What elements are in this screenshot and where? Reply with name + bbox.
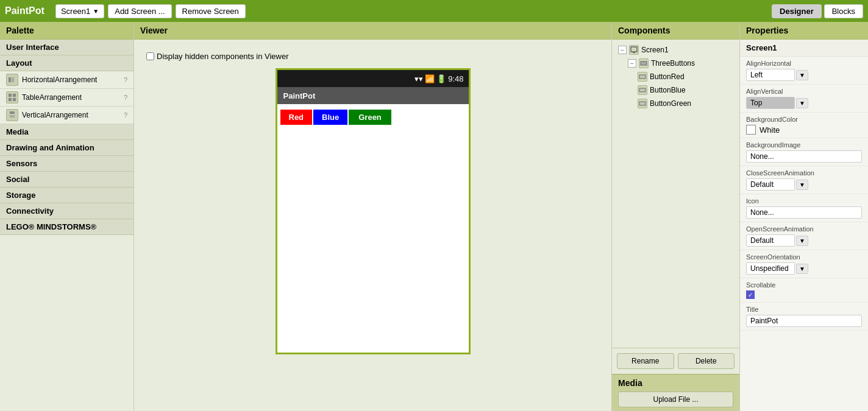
palette-section-layout[interactable]: Layout <box>0 55 133 71</box>
palette-section-user-interface[interactable]: User Interface <box>0 40 133 55</box>
prop-background-image: BackgroundImage <box>740 138 868 166</box>
horizontal-arrangement-icon <box>6 74 18 86</box>
components-header: Components <box>612 22 739 40</box>
three-buttons-expand[interactable]: − <box>628 59 636 68</box>
remove-screen-button[interactable]: Remove Screen <box>176 4 246 18</box>
svg-rect-8 <box>631 47 637 52</box>
close-animation-arrow[interactable]: ▼ <box>796 180 808 190</box>
prop-align-horizontal-label: AlignHorizontal <box>746 60 862 67</box>
svg-rect-4 <box>9 98 12 101</box>
prop-open-animation: OpenScreenAnimation Default ▼ <box>740 222 868 250</box>
comp-node-button-red[interactable]: ButtonRed <box>635 70 736 83</box>
vertical-arrangement-icon <box>6 109 18 121</box>
three-buttons-icon <box>639 58 649 68</box>
vertical-arrangement-help[interactable]: ? <box>124 111 127 119</box>
rename-button[interactable]: Rename <box>617 353 674 369</box>
screen1-expand[interactable]: − <box>618 46 627 54</box>
phone-button-red[interactable]: Red <box>280 110 313 125</box>
phone-body: Red Blue Green <box>277 104 469 353</box>
align-horizontal-value[interactable]: Left <box>746 69 795 81</box>
screen-selector-arrow: ▼ <box>93 8 99 15</box>
properties-panel: Properties Screen1 AlignHorizontal Left … <box>740 22 868 411</box>
app-title: PaintPot <box>5 5 44 16</box>
comp-node-button-green[interactable]: ButtonGreen <box>635 97 736 110</box>
mode-buttons: Designer Blocks <box>772 4 863 18</box>
align-vertical-arrow[interactable]: ▼ <box>796 98 808 108</box>
palette-section-connectivity[interactable]: Connectivity <box>0 203 133 219</box>
button-red-icon <box>638 72 647 82</box>
align-horizontal-arrow[interactable]: ▼ <box>796 70 808 80</box>
palette-section-sensors[interactable]: Sensors <box>0 156 133 172</box>
scrollable-checkbox[interactable]: ✓ <box>746 290 755 299</box>
svg-rect-3 <box>13 94 16 97</box>
palette-section-media[interactable]: Media <box>0 124 133 140</box>
screen1-icon <box>629 45 639 55</box>
media-header: Media <box>618 378 733 388</box>
screen-selector[interactable]: Screen1 ▼ <box>55 4 104 18</box>
phone-button-green[interactable]: Green <box>349 110 391 125</box>
upload-file-button[interactable]: Upload File ... <box>618 392 733 407</box>
prop-scrollable-checkbox: ✓ <box>746 290 862 299</box>
prop-align-vertical-select: Top ▼ <box>746 97 862 109</box>
horizontal-arrangement-help[interactable]: ? <box>124 76 127 83</box>
phone-status-bar: ▾▾ 📶 🔋 9:48 <box>277 70 469 87</box>
add-screen-button[interactable]: Add Screen ... <box>108 4 171 18</box>
palette-section-storage[interactable]: Storage <box>0 188 133 203</box>
background-color-text: White <box>760 125 780 135</box>
palette-section-lego[interactable]: LEGO® MINDSTORMS® <box>0 219 133 235</box>
table-arrangement-help[interactable]: ? <box>124 94 127 101</box>
viewer-header: Viewer <box>134 22 611 40</box>
open-animation-arrow[interactable]: ▼ <box>796 236 808 246</box>
viewer-content: Display hidden components in Viewer ▾▾ 📶… <box>134 40 611 411</box>
prop-open-animation-select: Default ▼ <box>746 234 862 247</box>
prop-icon-label: Icon <box>746 197 862 205</box>
comp-node-button-blue[interactable]: ButtonBlue <box>635 83 736 97</box>
button-green-label: ButtonGreen <box>650 99 691 108</box>
svg-rect-0 <box>9 77 11 82</box>
screen-orientation-arrow[interactable]: ▼ <box>796 264 808 274</box>
top-bar: PaintPot Screen1 ▼ Add Screen ... Remove… <box>0 0 868 22</box>
hidden-components-checkbox[interactable] <box>146 52 154 60</box>
screen-selector-label: Screen1 <box>61 7 90 16</box>
close-animation-value[interactable]: Default <box>746 178 795 191</box>
designer-button[interactable]: Designer <box>772 4 822 18</box>
horizontal-arrangement-label: HorizontalArrangement <box>22 76 120 84</box>
phone-app-title: PaintPot <box>283 91 316 100</box>
comp-node-screen1[interactable]: − Screen1 <box>616 43 736 57</box>
prop-background-color-label: BackgroundColor <box>746 116 862 123</box>
background-image-input[interactable] <box>746 150 862 163</box>
svg-rect-12 <box>639 88 646 92</box>
phone-button-blue[interactable]: Blue <box>313 110 347 125</box>
prop-open-animation-label: OpenScreenAnimation <box>746 225 862 233</box>
components-tree: − Screen1 − ThreeButtons <box>612 40 739 348</box>
blocks-button[interactable]: Blocks <box>824 4 863 18</box>
phone-title-bar: PaintPot <box>277 87 469 104</box>
prop-screen-orientation: ScreenOrientation Unspecified ▼ <box>740 250 868 278</box>
prop-title-label: Title <box>746 306 862 313</box>
title-input[interactable] <box>746 315 862 327</box>
three-buttons-label: ThreeButtons <box>651 59 695 68</box>
align-vertical-value[interactable]: Top <box>746 97 795 109</box>
palette-section-social[interactable]: Social <box>0 172 133 188</box>
components-actions: Rename Delete <box>612 348 739 374</box>
palette-item-table-arrangement[interactable]: TableArrangement ? <box>0 89 133 107</box>
main-area: Palette User Interface Layout Horizontal… <box>0 22 868 411</box>
components-panel: Components − Screen1 − ThreeButtons <box>612 22 740 411</box>
button-green-icon <box>638 99 647 108</box>
open-animation-value[interactable]: Default <box>746 234 795 247</box>
prop-align-horizontal: AlignHorizontal Left ▼ <box>740 57 868 85</box>
icon-input[interactable] <box>746 206 862 219</box>
screen-orientation-value[interactable]: Unspecified <box>746 262 795 275</box>
phone-mockup: ▾▾ 📶 🔋 9:48 PaintPot Red Blue Green <box>276 68 471 354</box>
palette-section-drawing[interactable]: Drawing and Animation <box>0 140 133 156</box>
buttons-indent: ButtonRed ButtonBlue ButtonGreen <box>635 70 736 110</box>
svg-rect-5 <box>13 98 16 101</box>
comp-node-three-buttons[interactable]: − ThreeButtons <box>625 57 736 70</box>
palette-item-vertical-arrangement[interactable]: VerticalArrangement ? <box>0 107 133 124</box>
battery-icon: 🔋 <box>436 74 446 83</box>
background-color-swatch[interactable] <box>746 125 756 135</box>
palette-item-horizontal-arrangement[interactable]: HorizontalArrangement ? <box>0 71 133 89</box>
prop-screen-orientation-select: Unspecified ▼ <box>746 262 862 275</box>
clock: 9:48 <box>448 74 463 83</box>
delete-button[interactable]: Delete <box>678 353 735 369</box>
